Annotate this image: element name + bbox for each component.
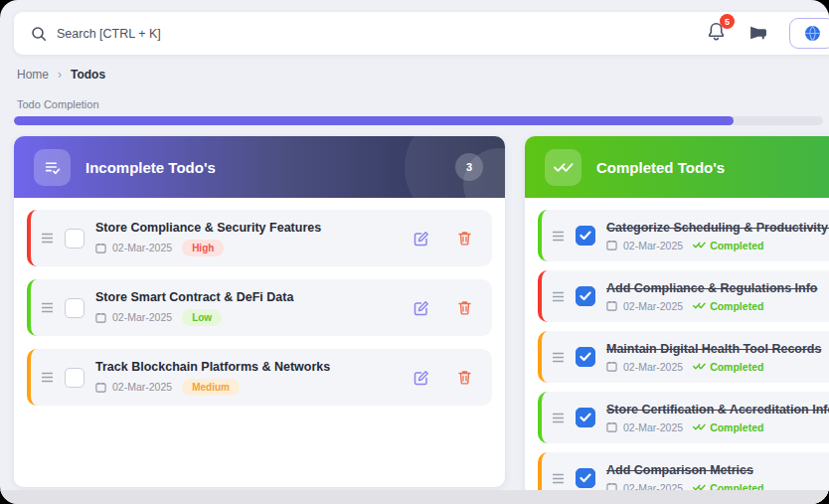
search-icon [31,26,47,42]
todo-title: Categorize Scheduling & Productivity App… [606,221,829,235]
completed-status: Completed [693,300,763,312]
todo-checkbox[interactable] [576,408,595,427]
todo-date: 02-Mar-2025 [623,421,683,433]
horizontal-scrollbar[interactable] [0,490,829,504]
notification-count-badge: 5 [720,14,735,29]
calendar-icon [606,421,617,432]
todo-checkbox[interactable] [576,286,595,306]
edit-button[interactable] [414,300,429,316]
delete-button[interactable] [457,300,472,315]
language-button[interactable] [789,18,829,49]
todo-date: 02-Mar-2025 [112,242,172,253]
todo-title: Add Compliance & Regulations Info [606,281,829,295]
incomplete-todos-title: Incomplete Todo's [85,159,216,176]
search-input[interactable]: Search [CTRL + K] [57,27,161,41]
todo-checkbox[interactable] [65,229,84,249]
megaphone-icon [748,24,767,43]
todo-title: Maintain Digital Health Tool Records [606,342,829,356]
todo-completion-progress-fill [14,116,734,125]
todo-date: 02-Mar-2025 [623,361,683,373]
todo-checkbox[interactable] [65,368,84,388]
todo-title: Add Comparison Metrics [606,463,829,477]
completed-todos-title: Completed Todo's [596,159,725,176]
todo-title: Store Certification & Accreditation Info [606,403,829,417]
priority-badge: Medium [182,379,240,396]
incomplete-count-badge: 3 [455,153,483,181]
calendar-icon [95,243,106,253]
todo-checkbox[interactable] [65,298,84,318]
todo-item: Categorize Scheduling & Productivity App… [538,210,829,261]
delete-button[interactable] [457,370,472,385]
calendar-icon [606,240,617,251]
incomplete-todos-card: Incomplete Todo's 3 Store Compliance & S… [14,136,505,487]
calendar-icon [95,382,106,393]
todo-item: Add Compliance & Regulations Info 02-Mar… [538,270,829,322]
calendar-icon [95,312,106,323]
todo-completion-label: Todo Completion [17,98,99,110]
todo-title: Track Blockchain Platforms & Networks [95,360,403,374]
drag-handle-icon[interactable] [552,352,565,363]
todo-date: 02-Mar-2025 [623,240,683,252]
completed-status: Completed [693,421,763,433]
todo-completion-progressbar [14,116,823,125]
completed-status: Completed [693,361,763,373]
breadcrumb-separator: › [58,68,62,82]
announcements-button[interactable] [748,24,767,43]
search-bar[interactable]: Search [CTRL + K] 5 [14,12,829,55]
todo-title: Store Smart Contract & DeFi Data [95,290,403,304]
todo-item: Track Blockchain Platforms & Networks 02… [27,349,492,406]
app-window: Search [CTRL + K] 5 Home › Todo [0,0,829,504]
todo-item: Maintain Digital Health Tool Records 02-… [538,331,829,383]
delete-button[interactable] [457,231,472,246]
todo-date: 02-Mar-2025 [112,381,172,393]
todo-date: 02-Mar-2025 [112,311,172,323]
priority-badge: High [182,240,224,256]
drag-handle-icon[interactable] [552,291,565,302]
list-check-icon [34,149,71,186]
drag-handle-icon[interactable] [41,302,54,313]
edit-button[interactable] [414,231,429,247]
notifications-button[interactable]: 5 [706,21,727,46]
completed-todos-header: Completed Todo's [525,136,829,198]
todo-item: Store Compliance & Security Features 02-… [27,210,492,266]
todo-checkbox[interactable] [576,468,595,488]
drag-handle-icon[interactable] [552,231,565,242]
priority-badge: Low [182,309,222,326]
drag-handle-icon[interactable] [552,413,565,423]
todo-date: 02-Mar-2025 [623,300,683,312]
calendar-icon [606,361,617,372]
breadcrumb-current: Todos [71,68,105,82]
breadcrumb-home-link[interactable]: Home [17,68,49,82]
todo-item: Store Certification & Accreditation Info… [538,392,829,443]
drag-handle-icon[interactable] [552,473,565,484]
completed-todos-card: Completed Todo's Categorize Scheduling &… [525,136,829,496]
todo-checkbox[interactable] [576,347,595,367]
completed-status: Completed [693,240,763,252]
calendar-icon [606,300,617,311]
globe-icon [804,25,821,42]
todo-item: Store Smart Contract & DeFi Data 02-Mar-… [27,279,492,336]
drag-handle-icon[interactable] [41,233,54,244]
incomplete-todos-header: Incomplete Todo's 3 [14,136,505,198]
drag-handle-icon[interactable] [41,372,54,383]
edit-button[interactable] [414,370,429,386]
todo-checkbox[interactable] [576,226,595,246]
double-check-icon [545,149,581,186]
todo-title: Store Compliance & Security Features [95,221,403,235]
breadcrumb: Home › Todos [17,68,105,82]
